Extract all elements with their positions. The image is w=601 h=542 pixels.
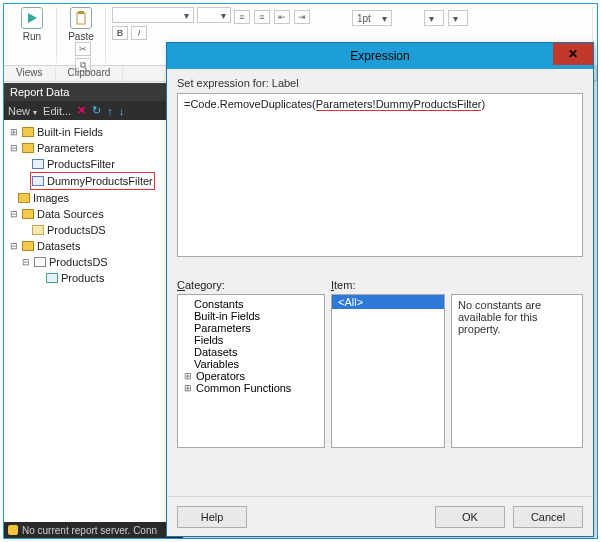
cat-variables[interactable]: Variables xyxy=(194,358,239,370)
cat-constants[interactable]: Constants xyxy=(194,298,244,310)
item-all[interactable]: <All> xyxy=(332,295,444,309)
folder-icon xyxy=(22,127,34,137)
help-button[interactable]: Help xyxy=(177,506,247,528)
move-down-icon[interactable]: ↓ xyxy=(119,105,125,117)
report-data-panel: Report Data New ▾ Edit... ✕ ↻ ↑ ↓ ⊞Built… xyxy=(4,83,183,522)
item-listbox[interactable]: <All> xyxy=(331,294,445,448)
run-label: Run xyxy=(23,31,41,42)
tree-datasources[interactable]: Data Sources xyxy=(37,206,104,222)
item-label: Item: xyxy=(331,279,445,291)
cancel-button[interactable]: Cancel xyxy=(513,506,583,528)
tree-images[interactable]: Images xyxy=(33,190,69,206)
tree-param-dummyproductsfilter[interactable]: DummyProductsFilter xyxy=(47,173,153,189)
tree-dset-productsds[interactable]: ProductsDS xyxy=(49,254,108,270)
paste-button[interactable]: Paste xyxy=(63,7,99,42)
ok-button[interactable]: OK xyxy=(435,506,505,528)
report-data-toolbar: New ▾ Edit... ✕ ↻ ↑ ↓ xyxy=(4,101,182,120)
parameter-icon xyxy=(32,159,44,169)
desc-label xyxy=(451,279,583,291)
close-button[interactable]: ✕ xyxy=(553,43,593,65)
tree-builtin[interactable]: Built-in Fields xyxy=(37,124,103,140)
status-text: No current report server. Conn xyxy=(22,525,157,536)
cat-datasets[interactable]: Datasets xyxy=(194,346,237,358)
clipboard-group-label: Clipboard xyxy=(56,66,124,81)
bold-button[interactable]: B xyxy=(112,26,128,40)
delete-icon[interactable]: ✕ xyxy=(77,104,86,117)
italic-button[interactable]: I xyxy=(131,26,147,40)
dialog-footer: Help OK Cancel xyxy=(167,496,593,536)
report-data-tree[interactable]: ⊞Built-in Fields ⊟Parameters ProductsFil… xyxy=(4,120,182,522)
edit-button[interactable]: Edit... xyxy=(43,105,71,117)
field-icon xyxy=(46,273,58,283)
tree-ds-productsds[interactable]: ProductsDS xyxy=(47,222,106,238)
status-bar: No current report server. Conn xyxy=(4,522,183,538)
folder-icon xyxy=(18,193,30,203)
expression-dialog: Expression ✕ Set expression for: Label =… xyxy=(166,42,594,537)
cat-operators[interactable]: Operators xyxy=(196,370,245,382)
play-icon xyxy=(21,7,43,29)
folder-icon xyxy=(22,241,34,251)
font-family-select[interactable]: ▾ xyxy=(112,7,194,23)
tree-parameters[interactable]: Parameters xyxy=(37,140,94,156)
datasource-icon xyxy=(32,225,44,235)
align-left-icon[interactable]: ≡ xyxy=(234,10,250,24)
warning-icon xyxy=(8,525,18,535)
folder-icon xyxy=(22,143,34,153)
cat-parameters[interactable]: Parameters xyxy=(194,322,251,334)
refresh-icon[interactable]: ↻ xyxy=(92,104,101,117)
cat-builtin[interactable]: Built-in Fields xyxy=(194,310,260,322)
expression-textbox[interactable]: =Code.RemoveDuplicates(Parameters!DummyP… xyxy=(177,93,583,257)
align-center-icon[interactable]: ≡ xyxy=(254,10,270,24)
set-expression-label: Set expression for: Label xyxy=(177,77,583,89)
description-box: No constants are available for this prop… xyxy=(451,294,583,448)
clipboard-icon xyxy=(70,7,92,29)
indent-inc-icon[interactable]: ⇥ xyxy=(294,10,310,24)
dialog-title: Expression xyxy=(350,49,409,63)
run-button[interactable]: Run xyxy=(14,7,50,42)
new-menu[interactable]: New ▾ xyxy=(8,105,37,117)
cut-icon[interactable]: ✂ xyxy=(75,42,91,56)
report-data-title: Report Data xyxy=(4,83,182,101)
parameter-icon xyxy=(32,176,44,186)
color-picker-2[interactable]: ▾ xyxy=(448,10,468,26)
expr-text-prefix: =Code.RemoveDuplicates( xyxy=(184,98,316,110)
dialog-titlebar[interactable]: Expression ✕ xyxy=(167,43,593,69)
svg-marker-0 xyxy=(28,13,37,23)
color-picker-1[interactable]: ▾ xyxy=(424,10,444,26)
indent-dec-icon[interactable]: ⇤ xyxy=(274,10,290,24)
category-listbox[interactable]: Constants Built-in Fields Parameters Fie… xyxy=(177,294,325,448)
font-size-select[interactable]: ▾ xyxy=(197,7,231,23)
move-up-icon[interactable]: ↑ xyxy=(107,105,113,117)
tree-datasets[interactable]: Datasets xyxy=(37,238,80,254)
tree-param-productsfilter[interactable]: ProductsFilter xyxy=(47,156,115,172)
svg-rect-2 xyxy=(78,11,84,14)
cat-fields[interactable]: Fields xyxy=(194,334,223,346)
tree-field-products[interactable]: Products xyxy=(61,270,104,286)
expr-text-highlight: Parameters!DummyProductsFilter xyxy=(316,98,482,111)
cat-common-functions[interactable]: Common Functions xyxy=(196,382,291,394)
dataset-icon xyxy=(34,257,46,267)
views-group-label: Views xyxy=(4,66,56,81)
category-label: Category: xyxy=(177,279,325,291)
svg-rect-1 xyxy=(77,13,85,24)
paste-label: Paste xyxy=(68,31,94,42)
folder-icon xyxy=(22,209,34,219)
line-weight-select[interactable]: 1pt▾ xyxy=(352,10,392,26)
expr-text-suffix: ) xyxy=(481,98,485,110)
